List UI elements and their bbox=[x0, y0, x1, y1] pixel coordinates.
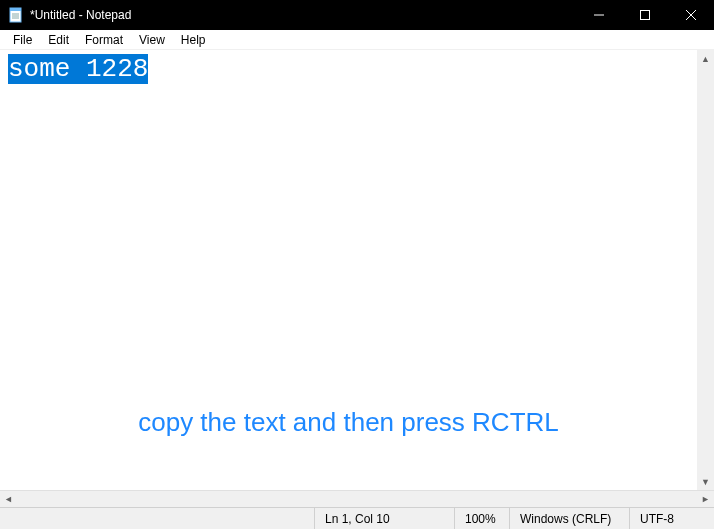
status-zoom: 100% bbox=[454, 508, 509, 529]
scroll-down-arrow-icon[interactable]: ▼ bbox=[697, 473, 714, 490]
svg-rect-6 bbox=[641, 11, 650, 20]
menu-view[interactable]: View bbox=[131, 31, 173, 49]
maximize-button[interactable] bbox=[622, 0, 668, 30]
vertical-scrollbar[interactable]: ▲ ▼ bbox=[697, 50, 714, 490]
scroll-up-arrow-icon[interactable]: ▲ bbox=[697, 50, 714, 67]
window-titlebar[interactable]: *Untitled - Notepad bbox=[0, 0, 714, 30]
window-title: *Untitled - Notepad bbox=[30, 8, 576, 22]
menu-file[interactable]: File bbox=[5, 31, 40, 49]
horizontal-scrollbar[interactable]: ◄ ► bbox=[0, 490, 714, 507]
minimize-button[interactable] bbox=[576, 0, 622, 30]
status-encoding: UTF-8 bbox=[629, 508, 714, 529]
status-bar: Ln 1, Col 10 100% Windows (CRLF) UTF-8 bbox=[0, 507, 714, 529]
instruction-overlay: copy the text and then press RCTRL bbox=[0, 406, 697, 440]
notepad-icon bbox=[8, 7, 24, 23]
status-position: Ln 1, Col 10 bbox=[314, 508, 454, 529]
status-spacer bbox=[0, 508, 314, 529]
scroll-right-arrow-icon[interactable]: ► bbox=[697, 491, 714, 508]
menu-help[interactable]: Help bbox=[173, 31, 214, 49]
status-line-ending: Windows (CRLF) bbox=[509, 508, 629, 529]
menu-format[interactable]: Format bbox=[77, 31, 131, 49]
selected-text[interactable]: some 1228 bbox=[8, 54, 148, 84]
menu-edit[interactable]: Edit bbox=[40, 31, 77, 49]
menu-bar: File Edit Format View Help bbox=[0, 30, 714, 50]
text-editor-area[interactable]: some 1228 ▲ ▼ copy the text and then pre… bbox=[0, 50, 714, 490]
close-button[interactable] bbox=[668, 0, 714, 30]
editor-content[interactable]: some 1228 bbox=[8, 55, 148, 84]
svg-rect-1 bbox=[10, 8, 21, 11]
scroll-left-arrow-icon[interactable]: ◄ bbox=[0, 491, 17, 508]
